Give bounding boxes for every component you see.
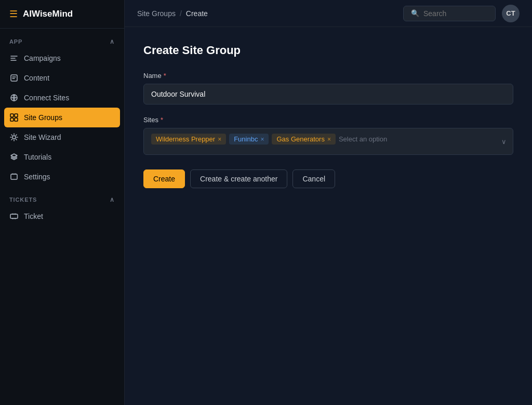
sites-form-group: Sites * Wilderness Prepper × Funinbc × G… — [143, 116, 513, 155]
select-placeholder: Select an option — [339, 134, 387, 144]
page-title: Create Site Group — [143, 44, 513, 57]
app-section-label: APP ∧ — [0, 29, 124, 48]
button-group: Create Create & create another Cancel — [143, 169, 513, 188]
tag-funinbc-label: Funinbc — [234, 135, 258, 143]
sidebar-item-site-groups[interactable]: Site Groups — [4, 108, 120, 127]
name-input[interactable] — [143, 84, 513, 104]
sidebar-header: ☰ AIWiseMind — [0, 0, 124, 29]
breadcrumb-separator: / — [180, 9, 182, 18]
content-label: Content — [24, 74, 49, 82]
tickets-section-chevron[interactable]: ∧ — [110, 196, 115, 203]
tag-wilderness-remove[interactable]: × — [218, 136, 221, 143]
create-another-button[interactable]: Create & create another — [190, 169, 287, 188]
hamburger-icon[interactable]: ☰ — [9, 8, 18, 20]
search-box[interactable]: 🔍 — [403, 6, 496, 21]
breadcrumb-parent[interactable]: Site Groups — [137, 9, 176, 18]
name-required-star: * — [164, 72, 166, 80]
tag-funinbc-remove[interactable]: × — [260, 136, 264, 143]
sidebar-item-tutorials[interactable]: Tutorials — [0, 147, 124, 167]
sidebar-item-campaigns[interactable]: Campaigns — [0, 48, 124, 68]
settings-icon — [9, 172, 19, 181]
search-icon: 🔍 — [411, 9, 419, 17]
sidebar-item-ticket[interactable]: Ticket — [0, 206, 124, 226]
ticket-icon — [9, 212, 19, 221]
name-form-group: Name * — [143, 72, 513, 104]
cancel-button[interactable]: Cancel — [292, 169, 335, 188]
main-area: Site Groups / Create 🔍 CT Create Site Gr… — [125, 0, 532, 405]
site-wizard-icon — [9, 133, 19, 142]
tag-wilderness-label: Wilderness Prepper — [156, 135, 215, 143]
sites-label: Sites * — [143, 116, 513, 124]
ticket-label: Ticket — [24, 212, 43, 220]
topbar: Site Groups / Create 🔍 CT — [125, 0, 532, 27]
app-section-chevron[interactable]: ∧ — [110, 38, 115, 45]
logo-text: AIWiseMind — [23, 9, 73, 19]
name-label: Name * — [143, 72, 513, 80]
campaigns-icon — [9, 54, 19, 63]
tag-gas-label: Gas Generators — [276, 135, 325, 143]
svg-rect-4 — [10, 118, 14, 121]
content-area: Create Site Group Name * Sites * Wildern… — [125, 27, 532, 405]
content-icon — [9, 73, 19, 83]
sidebar-item-connect-sites[interactable]: Connect Sites — [0, 88, 124, 108]
svg-rect-3 — [15, 114, 18, 117]
tag-gas: Gas Generators × — [272, 134, 336, 145]
sites-required-star: * — [161, 116, 163, 124]
tag-wilderness: Wilderness Prepper × — [151, 134, 226, 145]
svg-rect-2 — [10, 114, 14, 117]
tickets-section-label: TICKETS ∧ — [0, 187, 124, 206]
sidebar-item-site-wizard[interactable]: Site Wizard — [0, 127, 124, 147]
settings-label: Settings — [24, 173, 50, 181]
svg-rect-5 — [15, 118, 18, 121]
svg-rect-7 — [11, 174, 17, 179]
select-chevron-icon: ∨ — [501, 138, 507, 146]
sites-select[interactable]: Wilderness Prepper × Funinbc × Gas Gener… — [143, 128, 513, 155]
breadcrumb-current: Create — [186, 9, 208, 18]
connect-sites-icon — [9, 93, 19, 102]
tag-gas-remove[interactable]: × — [327, 136, 331, 143]
sites-select-inner: Wilderness Prepper × Funinbc × Gas Gener… — [151, 134, 506, 145]
topbar-right: 🔍 CT — [403, 5, 520, 22]
sidebar: ☰ AIWiseMind APP ∧ Campaigns Content Con… — [0, 0, 125, 405]
sidebar-item-content[interactable]: Content — [0, 68, 124, 88]
site-groups-icon — [9, 113, 19, 122]
svg-rect-8 — [10, 214, 18, 218]
site-wizard-label: Site Wizard — [24, 133, 61, 141]
campaigns-label: Campaigns — [24, 54, 61, 62]
create-button[interactable]: Create — [143, 169, 185, 188]
breadcrumb: Site Groups / Create — [137, 9, 208, 18]
connect-sites-label: Connect Sites — [24, 94, 69, 102]
tag-funinbc: Funinbc × — [229, 134, 269, 145]
search-input[interactable] — [423, 9, 488, 18]
site-groups-label: Site Groups — [24, 113, 62, 122]
svg-point-6 — [12, 136, 16, 139]
tutorials-label: Tutorials — [24, 153, 51, 161]
tutorials-icon — [9, 152, 19, 162]
svg-rect-0 — [11, 75, 17, 81]
avatar[interactable]: CT — [502, 5, 520, 22]
sidebar-item-settings[interactable]: Settings — [0, 167, 124, 187]
